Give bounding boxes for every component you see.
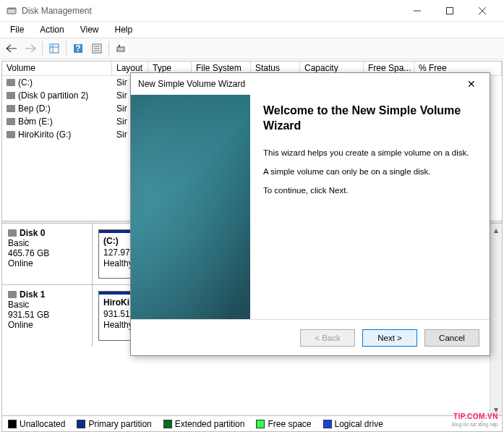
svg-rect-6 xyxy=(50,44,59,53)
toolbar: ? xyxy=(0,38,504,59)
disk-status: Online xyxy=(8,258,86,268)
partition-label: HiroKi xyxy=(103,297,129,308)
menu-action[interactable]: Action xyxy=(33,23,71,36)
swatch-freespace xyxy=(256,420,265,428)
disk-name: Disk 1 xyxy=(20,289,45,300)
next-button[interactable]: Next > xyxy=(362,329,417,347)
help-icon[interactable]: ? xyxy=(69,40,87,57)
dialog-close-button[interactable]: ✕ xyxy=(461,73,482,95)
svg-rect-16 xyxy=(119,45,120,47)
watermark-subtitle: Blog tin tức tổng hợp xyxy=(452,422,498,428)
svg-rect-15 xyxy=(117,47,124,51)
forward-button[interactable] xyxy=(22,40,39,57)
legend-label: Logical drive xyxy=(335,419,383,429)
disk-type: Basic xyxy=(8,300,86,310)
wizard-text: To continue, click Next. xyxy=(263,186,477,195)
svg-rect-3 xyxy=(446,7,453,14)
dialog-title: New Simple Volume Wizard xyxy=(138,79,461,89)
scrollbar-vertical[interactable]: ▴ ▾ xyxy=(490,224,502,415)
drive-icon xyxy=(7,105,15,112)
legend-label: Primary partition xyxy=(88,419,151,429)
refresh-icon[interactable] xyxy=(112,40,129,57)
window-titlebar: Disk Management xyxy=(0,0,504,22)
disk-type: Basic xyxy=(8,238,86,248)
watermark: TIP.COM.VN xyxy=(453,412,498,420)
disk-name: Disk 0 xyxy=(20,228,45,238)
menu-view[interactable]: View xyxy=(73,23,106,36)
back-button[interactable] xyxy=(3,40,20,57)
drive-icon xyxy=(7,131,15,138)
disk-size: 931.51 GB xyxy=(8,310,86,320)
swatch-unallocated xyxy=(8,420,17,428)
wizard-sidebar-graphic xyxy=(131,95,250,319)
menubar: File Action View Help xyxy=(0,22,504,38)
swatch-primary xyxy=(77,420,85,428)
legend-label: Free space xyxy=(268,419,311,429)
wizard-text: This wizard helps you create a simple vo… xyxy=(263,148,477,157)
wizard-dialog: New Simple Volume Wizard ✕ Welcome to th… xyxy=(130,72,490,356)
properties-icon[interactable] xyxy=(88,40,106,57)
swatch-extended xyxy=(163,420,172,428)
disk-status: Online xyxy=(8,320,86,330)
partition-size: 127.97 xyxy=(103,247,130,258)
drive-icon xyxy=(7,118,15,125)
wizard-heading: Welcome to the New Simple Volume Wizard xyxy=(263,103,477,134)
menu-file[interactable]: File xyxy=(3,23,31,36)
drive-icon xyxy=(7,79,15,86)
app-icon xyxy=(6,5,17,17)
volume-name: Bep (D:) xyxy=(18,103,51,114)
disk-icon xyxy=(8,229,17,237)
dialog-titlebar[interactable]: New Simple Volume Wizard ✕ xyxy=(131,73,490,95)
partition-label: (C:) xyxy=(103,236,119,246)
disk-summary[interactable]: Disk 1 Basic 931.51 GB Online xyxy=(2,285,93,347)
disk-summary[interactable]: Disk 0 Basic 465.76 GB Online xyxy=(2,224,93,284)
drive-icon xyxy=(7,92,15,99)
menu-help[interactable]: Help xyxy=(108,23,140,36)
volume-name: Bờm (E:) xyxy=(18,117,53,127)
volume-name: (C:) xyxy=(18,77,33,88)
legend-label: Extended partition xyxy=(175,419,245,429)
volume-name: HiroKirito (G:) xyxy=(18,130,71,140)
svg-rect-1 xyxy=(7,8,16,9)
legend-label: Unallocated xyxy=(20,419,65,429)
partition-size: 931.51 xyxy=(103,309,130,319)
disk-icon xyxy=(8,291,17,298)
cancel-button[interactable]: Cancel xyxy=(424,329,479,347)
legend-bar: Unallocated Primary partition Extended p… xyxy=(1,416,503,432)
back-button: < Back xyxy=(300,329,355,347)
scroll-up-icon[interactable]: ▴ xyxy=(490,224,502,236)
minimize-button[interactable] xyxy=(401,0,433,22)
volume-name: (Disk 0 partition 2) xyxy=(18,90,88,101)
dialog-footer: < Back Next > Cancel xyxy=(131,319,490,355)
view-list-icon[interactable] xyxy=(46,40,63,57)
maximize-button[interactable] xyxy=(433,0,466,22)
partition-status: Healthy xyxy=(103,258,133,268)
wizard-text: A simple volume can only be on a single … xyxy=(263,167,477,176)
col-volume[interactable]: Volume xyxy=(2,62,112,75)
disk-size: 465.76 GB xyxy=(8,248,86,258)
window-title: Disk Management xyxy=(22,6,401,16)
close-button[interactable] xyxy=(466,0,498,22)
swatch-logical xyxy=(323,420,332,428)
svg-text:?: ? xyxy=(75,43,80,54)
